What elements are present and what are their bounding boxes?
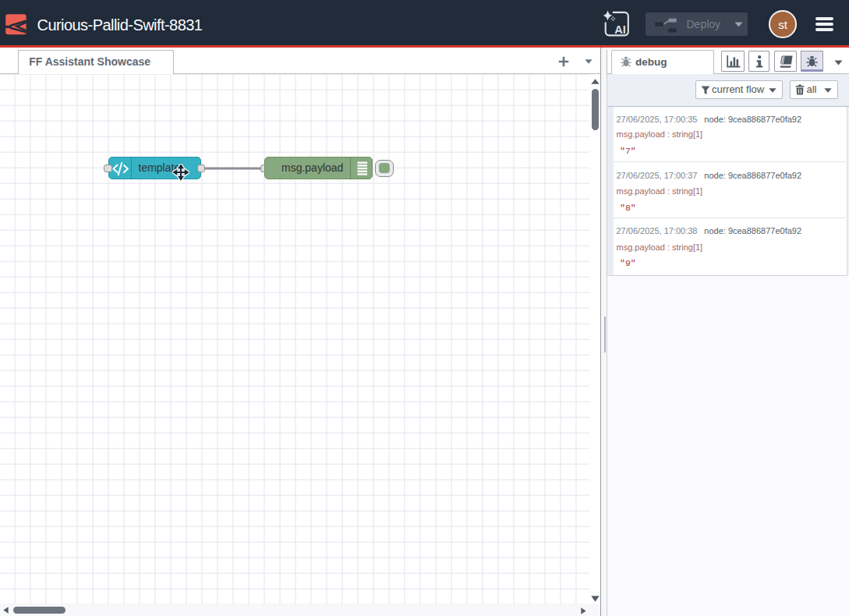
svg-text:AI: AI [614,23,626,36]
